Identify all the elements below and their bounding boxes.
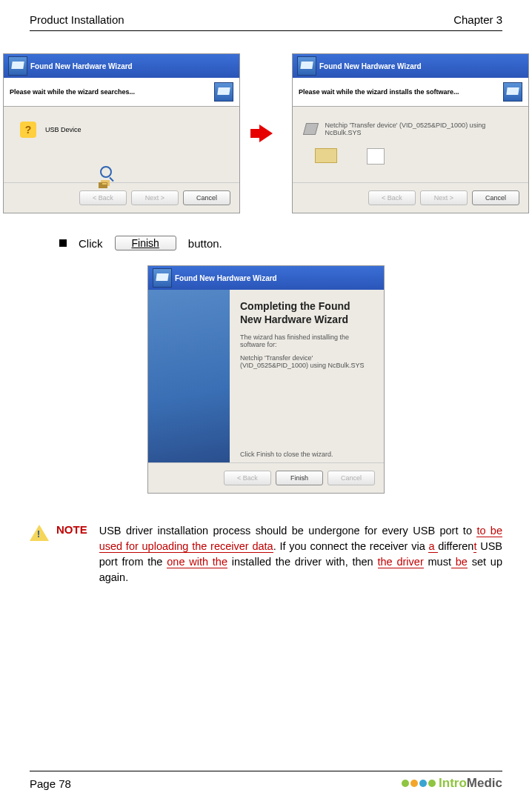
wizard-sidebar-art [148, 290, 230, 462]
finish-inline-label: Finish [132, 237, 159, 249]
cancel-button[interactable]: Cancel [472, 190, 519, 205]
device-icon [303, 123, 319, 135]
titlebar-search-text: Found New Hardware Wizard [30, 62, 133, 70]
subbar-search: Please wait while the wizard searches... [4, 78, 239, 107]
hardware-icon [153, 268, 172, 288]
next-button[interactable]: Next > [131, 190, 179, 205]
subbar-search-text: Please wait while the wizard searches... [10, 88, 135, 96]
titlebar-search: Found New Hardware Wizard [4, 54, 239, 78]
titlebar-install-text: Found New Hardware Wizard [319, 62, 422, 70]
progress-area [315, 148, 385, 165]
device-name-text: Netchip 'Transfer device' (VID_0525&PID_… [325, 122, 516, 136]
progress-source-icon [315, 148, 337, 163]
header-right: Chapter 3 [453, 13, 502, 26]
back-button[interactable]: < Back [368, 190, 416, 205]
arrow-right-icon [259, 125, 273, 142]
hardware-icon [297, 56, 316, 76]
wizard-search-dialog: Found New Hardware Wizard Please wait wh… [3, 53, 240, 213]
note-red-2: a [428, 540, 438, 553]
search-icon [100, 166, 115, 184]
back-button[interactable]: < Back [224, 471, 271, 485]
bullet-marker [59, 239, 67, 247]
note-label: NOTE [56, 523, 87, 585]
cancel-button[interactable]: Cancel [327, 471, 375, 485]
intromedic-logo: IntroMedic [402, 776, 502, 791]
logo-dot-icon [419, 780, 427, 787]
question-icon: ? [20, 122, 36, 138]
logo-text: IntroMedic [439, 776, 502, 791]
complete-line1: The wizard has finished installing the s… [240, 333, 373, 348]
titlebar-install: Found New Hardware Wizard [293, 54, 528, 78]
logo-dot-icon [410, 780, 418, 787]
progress-dest-icon [367, 148, 385, 165]
back-button[interactable]: < Back [79, 190, 127, 205]
logo-dot-icon [402, 780, 409, 787]
complete-close-text: Click Finish to close the wizard. [240, 451, 373, 458]
hardware-icon [8, 56, 27, 76]
hardware-icon [503, 82, 522, 102]
warning-icon [30, 525, 49, 541]
titlebar-complete-text: Found New Hardware Wizard [175, 274, 277, 282]
complete-heading: Completing the Found New Hardware Wizard [240, 300, 373, 326]
hardware-icon [214, 82, 233, 102]
usb-device-label: USB Device [45, 126, 82, 133]
note-red-4: one with the [167, 556, 227, 568]
wizard-install-dialog: Found New Hardware Wizard Please wait wh… [292, 53, 529, 213]
subbar-install: Please wait while the wizard installs th… [293, 78, 528, 107]
click-word: Click [79, 237, 103, 250]
page-number: Page 78 [30, 777, 71, 790]
header-left: Product Installation [30, 13, 124, 26]
logo-dot-icon [428, 780, 436, 787]
complete-device: Netchip 'Transfer device' (VID_0525&PID_… [240, 354, 373, 369]
button-word: button. [188, 237, 222, 250]
next-button[interactable]: Next > [420, 190, 468, 205]
note-text: USB driver installation process should b… [99, 523, 502, 585]
subbar-install-text: Please wait while the wizard installs th… [299, 88, 459, 96]
note-red-5: the driver [378, 556, 424, 568]
finish-inline-button[interactable]: Finish [115, 236, 176, 250]
note-red-6: be [451, 556, 468, 568]
titlebar-complete: Found New Hardware Wizard [148, 266, 384, 290]
finish-button[interactable]: Finish [276, 471, 323, 485]
wizard-complete-dialog: Found New Hardware Wizard Completing the… [147, 265, 385, 494]
cancel-button[interactable]: Cancel [183, 190, 230, 205]
